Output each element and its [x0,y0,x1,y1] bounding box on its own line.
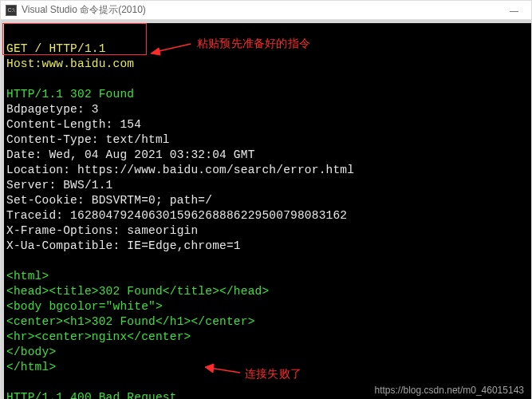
response-header: Date: Wed, 04 Aug 2021 03:32:04 GMT [6,148,255,161]
titlebar: C:\ Visual Studio 命令提示(2010) — [1,1,531,20]
http-host-line: Host:www.baidu.com [6,57,134,70]
arrow-icon [202,361,243,377]
response-body-line: <center><h1>302 Found</h1></center> [6,315,255,328]
annotation-bottom: 连接失败了 [245,366,301,381]
http-request-line: GET / HTTP/1.1 [6,42,106,55]
response-header: Bdpagetype: 3 [6,103,99,116]
response-header: Content-Type: text/html [6,133,170,146]
response-body-line: <head><title>302 Found</title></head> [6,285,269,298]
response-header: Content-Length: 154 [6,118,141,131]
window-title: Visual Studio 命令提示(2010) [22,3,500,17]
svg-marker-3 [205,364,214,373]
response-header: Traceid: 1628047924063015962688862295007… [6,209,347,222]
arrow-icon [146,38,194,57]
response-header: X-Frame-Options: sameorigin [6,224,198,237]
app-icon: C:\ [6,5,17,16]
response-body-line: <hr><center>nginx</center> [6,330,191,343]
terminal-output[interactable]: GET / HTTP/1.1 Host:www.baidu.com HTTP/1… [1,20,531,399]
svg-line-2 [210,368,240,373]
http-status-line: HTTP/1.1 302 Found [6,88,134,101]
bad-request-line: HTTP/1.1 400 Bad Request [6,391,177,399]
minimize-button[interactable]: — [505,1,523,20]
response-body-line: <body bgcolor="white"> [6,300,163,313]
response-header: X-Ua-Compatible: IE=Edge,chrome=1 [6,239,241,252]
response-header: Location: https://www.baidu.com/search/e… [6,164,354,176]
watermark-text: https://blog.csdn.net/m0_46015143 [375,385,524,396]
window-controls: — [505,1,526,20]
svg-line-0 [156,44,191,52]
response-body-line: <html> [6,270,49,282]
response-header: Set-Cookie: BDSVRTM=0; path=/ [6,194,212,207]
response-header: Server: BWS/1.1 [6,179,113,192]
response-body-line: </body> [6,346,56,358]
annotation-top: 粘贴预先准备好的指令 [197,36,310,51]
svg-marker-1 [151,48,160,55]
window-frame: C:\ Visual Studio 命令提示(2010) — GET / HTT… [0,0,532,399]
response-body-line: </html> [6,361,56,373]
